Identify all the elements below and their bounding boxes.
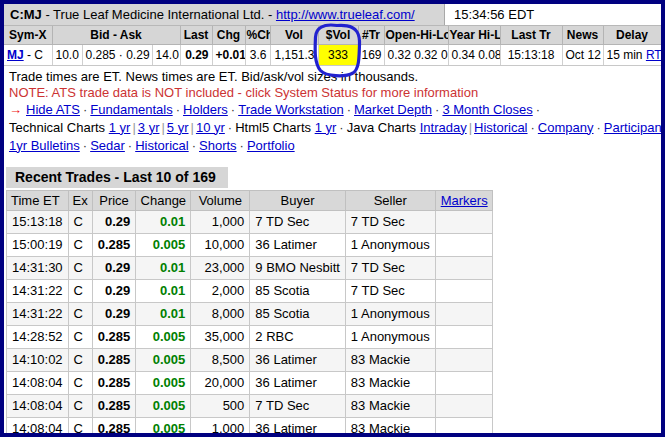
trade-ex: C <box>68 325 92 348</box>
participants-link[interactable]: Participants <box>604 120 665 135</box>
trade-buyer: 7 TD Sec <box>250 210 346 233</box>
trades-header-row: Time ET Ex Price Change Volume Buyer Sel… <box>7 190 493 210</box>
java-historical-link[interactable]: Historical <box>474 120 527 135</box>
trade-ex: C <box>68 394 92 417</box>
col-markers: Markers <box>435 190 492 210</box>
trade-time: 14:08:04 <box>7 394 69 417</box>
trade-price: 0.285 <box>92 417 136 437</box>
trade-price: 0.285 <box>92 371 136 394</box>
ask-size-cell: 14.0 <box>152 44 180 65</box>
trade-row: 14:10:02 C 0.285 0.005 8,500 36 Latimer … <box>7 348 493 371</box>
nav-link-fundamentals[interactable]: Fundamentals <box>90 102 172 117</box>
html5-charts-label: Html5 Charts <box>235 120 311 135</box>
bid-ask-cell: 0.285 · 0.29 <box>82 44 152 65</box>
trade-row: 14:31:22 C 0.29 0.01 2,000 85 Scotia 7 T… <box>7 279 493 302</box>
last-trade-time-cell: 15:13:18 <box>500 44 562 65</box>
trade-seller: 7 TD Sec <box>345 279 435 302</box>
trade-time: 14:08:04 <box>7 371 69 394</box>
trade-seller: 83 Mackie <box>345 371 435 394</box>
last-price-cell: 0.29 <box>180 44 212 65</box>
trade-row: 14:28:52 C 0.285 0.005 35,000 2 RBC 1 An… <box>7 325 493 348</box>
trade-row: 15:00:19 C 0.285 0.005 10,000 36 Latimer… <box>7 233 493 256</box>
recent-trades-table: Time ET Ex Price Change Volume Buyer Sel… <box>6 190 493 437</box>
col-num-tr: #Tr <box>358 26 384 44</box>
nav-link-holders[interactable]: Holders <box>183 102 228 117</box>
title-bar: C:MJ - True Leaf Medicine International … <box>4 4 661 26</box>
trade-seller: 7 TD Sec <box>345 210 435 233</box>
trade-price: 0.285 <box>92 394 136 417</box>
trade-volume: 1,000 <box>191 210 250 233</box>
historical-link[interactable]: Historical <box>135 138 188 153</box>
title-company: - True Leaf Medicine International Ltd. … <box>42 7 276 22</box>
sedar-link[interactable]: Sedar <box>90 138 125 153</box>
trade-buyer: 36 Latimer <box>250 348 346 371</box>
tech-chart-1yr-link[interactable]: 1 yr <box>109 120 131 135</box>
trade-seller: 1 Anonymous <box>345 302 435 325</box>
trade-time: 14:28:52 <box>7 325 69 348</box>
symbol-link[interactable]: MJ <box>7 48 24 62</box>
trade-buyer: 36 Latimer <box>250 233 346 256</box>
trade-volume: 1,000 <box>191 417 250 437</box>
nav-link-trade-workstation[interactable]: Trade Workstation <box>238 102 344 117</box>
nav-link-3-month-closes[interactable]: 3 Month Closes <box>442 102 532 117</box>
trade-markers <box>435 394 492 417</box>
trade-buyer: 9 BMO Nesbitt <box>250 256 346 279</box>
col-sym: Sym-X <box>4 26 52 44</box>
col-buyer: Buyer <box>250 190 346 210</box>
portfolio-link[interactable]: Portfolio <box>247 138 295 153</box>
trade-markers <box>435 325 492 348</box>
tech-chart-5yr-link[interactable]: 5 yr <box>167 120 189 135</box>
realtime-link[interactable]: RT 2 <box>646 48 661 62</box>
col-delay: Delay <box>603 26 661 44</box>
nav-row-2: Technical Charts 1 yr|3 yr|5 yr|10 yr·Ht… <box>9 120 661 136</box>
ats-warning-note: NOTE: ATS trade data is NOT included - c… <box>9 85 661 100</box>
trade-change: 0.005 <box>136 325 191 348</box>
trade-seller: 1 Anonymous <box>345 325 435 348</box>
trade-time: 14:10:02 <box>7 348 69 371</box>
trade-change: 0.005 <box>136 348 191 371</box>
open-hi-lo-cell: 0.32 0.32 0.27 <box>384 44 448 65</box>
shorts-link[interactable]: Shorts <box>199 138 237 153</box>
col-price: Price <box>92 190 136 210</box>
title-symbol: C:MJ <box>10 7 42 22</box>
html5-chart-1yr-link[interactable]: 1 yr <box>315 120 337 135</box>
trade-volume: 500 <box>191 394 250 417</box>
trade-change: 0.005 <box>136 394 191 417</box>
trade-change: 0.01 <box>136 256 191 279</box>
col-chg: Chg <box>212 26 245 44</box>
nav-row-1: →Hide ATS·Fundamentals·Holders·Trade Wor… <box>9 102 661 118</box>
trade-markers <box>435 210 492 233</box>
markers-link[interactable]: Markers <box>441 193 488 208</box>
pct-change-cell: 3.6 <box>245 44 270 65</box>
trade-markers <box>435 256 492 279</box>
bulletins-link[interactable]: 1yr Bulletins <box>9 138 80 153</box>
nav-link-market-depth[interactable]: Market Depth <box>354 102 432 117</box>
company-link[interactable]: Company <box>538 120 594 135</box>
trade-buyer: 36 Latimer <box>250 417 346 437</box>
trade-volume: 35,000 <box>191 325 250 348</box>
trade-markers <box>435 302 492 325</box>
company-url-link[interactable]: http://www.trueleaf.com/ <box>276 7 415 22</box>
trade-price: 0.29 <box>92 256 136 279</box>
trade-volume: 20,000 <box>191 371 250 394</box>
col-open-hi-lo: Open-Hi-Lo <box>384 26 448 44</box>
trade-ex: C <box>68 233 92 256</box>
trade-volume: 8,000 <box>191 302 250 325</box>
trade-price: 0.29 <box>92 210 136 233</box>
nav-row-3: 1yr Bulletins·Sedar·Historical·Shorts·Po… <box>9 138 661 154</box>
tech-chart-10yr-link[interactable]: 10 yr <box>196 120 225 135</box>
trade-time: 14:31:22 <box>7 302 69 325</box>
trade-price: 0.285 <box>92 348 136 371</box>
symbol-cell: MJ - C <box>4 44 52 65</box>
trade-seller: 83 Mackie <box>345 348 435 371</box>
red-arrow-icon: → <box>9 102 22 117</box>
trade-ex: C <box>68 210 92 233</box>
java-intraday-link[interactable]: Intraday <box>420 120 467 135</box>
trade-times-note: Trade times are ET. News times are ET. B… <box>9 69 661 84</box>
java-charts-label: Java Charts <box>347 120 416 135</box>
technical-charts-label: Technical Charts <box>9 120 105 135</box>
recent-trades-caption: Recent Trades - Last 10 of 169 <box>6 167 228 188</box>
trade-ex: C <box>68 256 92 279</box>
nav-link-hide-ats[interactable]: Hide ATS <box>26 102 80 117</box>
tech-chart-3yr-link[interactable]: 3 yr <box>138 120 160 135</box>
